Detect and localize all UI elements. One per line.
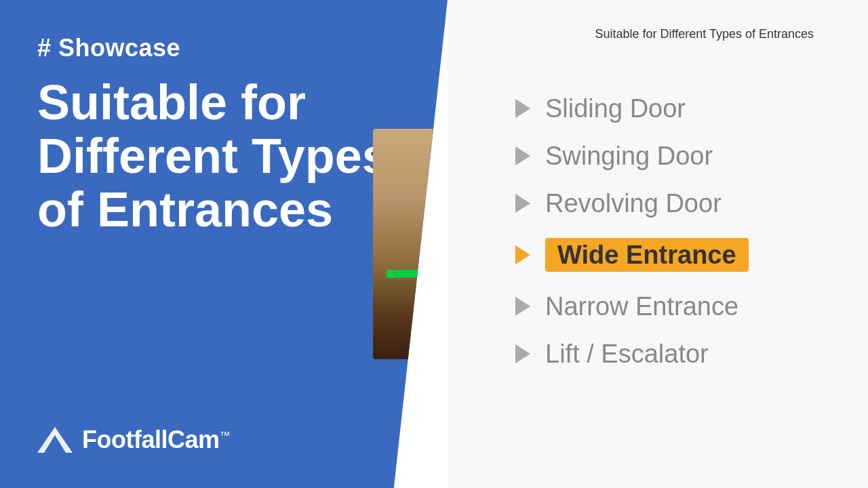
entrance-list: Sliding DoorSwinging DoorRevolving DoorW… [515,96,827,367]
entrance-type-label: Lift / Escalator [545,341,709,367]
logo-area: FootfallCam™ [37,426,407,454]
arrow-icon [515,245,530,264]
list-item[interactable]: Narrow Entrance [515,293,827,319]
list-item[interactable]: Revolving Door [515,190,827,216]
list-item[interactable]: Sliding Door [515,96,827,121]
left-panel: # Showcase Suitable for Different Types … [0,0,448,488]
arrow-icon [515,297,530,316]
hashtag-label: # Showcase [37,34,407,62]
arrow-icon [515,194,530,213]
right-section-title: Suitable for Different Types of Entrance… [515,27,827,41]
list-item[interactable]: Lift / Escalator [515,341,827,367]
main-title: Suitable for Different Types of Entrance… [37,76,407,237]
list-item[interactable]: Wide Entrance [515,238,827,272]
entrance-type-label: Wide Entrance [545,238,749,272]
logo-text: FootfallCam™ [82,426,230,454]
entrance-type-label: Swinging Door [545,143,713,169]
entrance-type-label: Revolving Door [545,190,722,216]
footfallcam-logo-icon [37,426,73,454]
arrow-icon [515,99,530,118]
arrow-icon [515,146,530,165]
entrance-type-label: Sliding Door [545,96,686,121]
list-item[interactable]: Swinging Door [515,143,827,169]
arrow-icon [515,344,530,363]
right-panel: Suitable for Different Types of Entrance… [448,0,868,488]
entrance-type-label: Narrow Entrance [545,293,738,319]
